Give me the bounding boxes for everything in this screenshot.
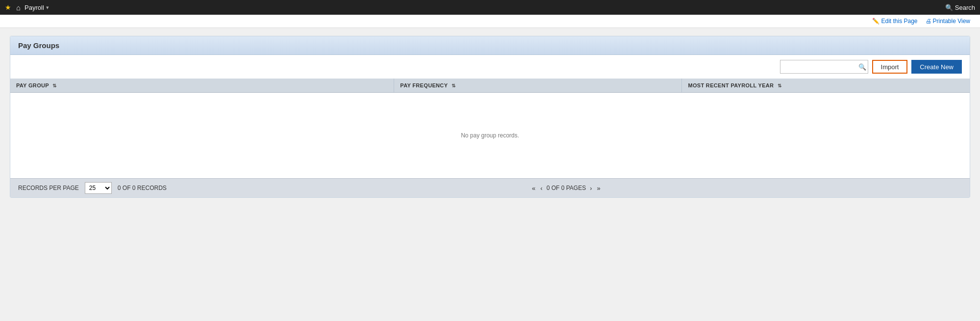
table-search-input[interactable] xyxy=(780,60,868,74)
nav-search-icon: 🔍 xyxy=(945,4,953,11)
col-most-recent-sort-icon: ⇅ xyxy=(778,83,781,88)
records-per-page-select[interactable]: 25 50 100 xyxy=(85,182,112,194)
edit-icon: ✏️ xyxy=(872,18,879,25)
col-pay-frequency-label: PAY FREQUENCY xyxy=(400,82,448,88)
page-info: 0 OF 0 PAGES xyxy=(547,185,586,191)
print-icon: 🖨 xyxy=(926,18,931,25)
nav-search-label[interactable]: Search xyxy=(955,4,975,11)
first-page-button[interactable]: « xyxy=(531,185,536,192)
main-content: Pay Groups 🔍 Import Create New PAY GROUP… xyxy=(0,28,980,206)
pay-groups-table: PAY GROUP ⇅ PAY FREQUENCY ⇅ MOST RECENT … xyxy=(10,79,970,178)
printable-view-label: Printable View xyxy=(933,18,971,25)
col-most-recent-label: MOST RECENT PAYROLL YEAR xyxy=(688,82,774,88)
panel-footer: RECORDS PER PAGE 25 50 100 0 OF 0 RECORD… xyxy=(10,178,970,197)
prev-page-button[interactable]: ‹ xyxy=(539,185,543,192)
table-search-button[interactable]: 🔍 xyxy=(858,63,866,71)
empty-state-row: No pay group records. xyxy=(10,93,970,179)
panel-header: Pay Groups xyxy=(10,36,970,55)
pay-groups-panel: Pay Groups 🔍 Import Create New PAY GROUP… xyxy=(10,36,970,198)
col-most-recent-payroll-year[interactable]: MOST RECENT PAYROLL YEAR ⇅ xyxy=(682,79,970,93)
sub-header: ✏️ Edit this Page 🖨 Printable View xyxy=(0,15,980,28)
empty-state-message: No pay group records. xyxy=(10,93,970,178)
panel-toolbar: 🔍 Import Create New xyxy=(10,55,970,79)
breadcrumb-arrow-icon: ▾ xyxy=(46,4,49,11)
col-pay-frequency-sort-icon: ⇅ xyxy=(452,83,455,88)
nav-search[interactable]: 🔍 Search xyxy=(945,4,975,11)
import-button[interactable]: Import xyxy=(872,60,908,74)
top-nav: ★ ⌂ Payroll ▾ 🔍 Search xyxy=(0,0,980,15)
col-pay-group[interactable]: PAY GROUP ⇅ xyxy=(10,79,394,93)
home-icon[interactable]: ⌂ xyxy=(16,3,21,12)
empty-state-cell: No pay group records. xyxy=(10,93,970,179)
records-per-page-label: RECORDS PER PAGE xyxy=(18,185,79,191)
table-header: PAY GROUP ⇅ PAY FREQUENCY ⇅ MOST RECENT … xyxy=(10,79,970,93)
last-page-button[interactable]: » xyxy=(596,185,602,192)
next-page-button[interactable]: › xyxy=(589,185,593,192)
create-new-button[interactable]: Create New xyxy=(911,60,962,74)
breadcrumb-payroll[interactable]: Payroll xyxy=(25,4,44,11)
pagination-controls: « ‹ 0 OF 0 PAGES › » xyxy=(171,185,962,192)
panel-title: Pay Groups xyxy=(18,41,59,50)
edit-page-link[interactable]: ✏️ Edit this Page xyxy=(872,18,917,25)
col-pay-group-label: PAY GROUP xyxy=(16,82,49,88)
edit-page-label: Edit this Page xyxy=(881,18,917,25)
table-search-wrapper: 🔍 xyxy=(780,60,868,74)
star-icon[interactable]: ★ xyxy=(5,3,11,11)
col-pay-frequency[interactable]: PAY FREQUENCY ⇅ xyxy=(394,79,682,93)
table-header-row: PAY GROUP ⇅ PAY FREQUENCY ⇅ MOST RECENT … xyxy=(10,79,970,93)
printable-view-link[interactable]: 🖨 Printable View xyxy=(926,18,971,25)
col-pay-group-sort-icon: ⇅ xyxy=(52,83,56,88)
records-count: 0 OF 0 RECORDS xyxy=(118,185,167,191)
table-body: No pay group records. xyxy=(10,93,970,179)
